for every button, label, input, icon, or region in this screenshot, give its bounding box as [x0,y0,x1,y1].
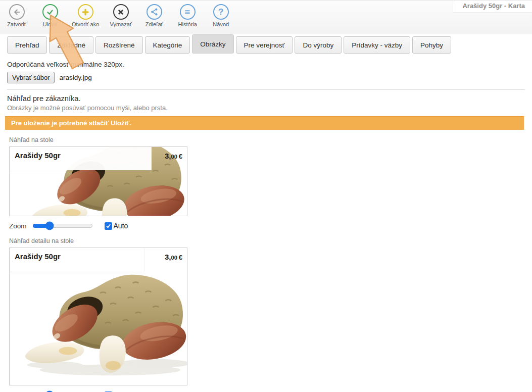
tab-prehlad[interactable]: Prehľad [7,36,47,54]
back-arrow-icon [9,4,25,20]
history-button[interactable]: História [176,4,199,27]
product-title: Arašidy 50gr [15,151,61,160]
price-whole: 3, [165,152,171,160]
product-price: 3,00€ [165,152,182,161]
tab-content-images: Odporúčaná veľkosť minimálne 320px. Vybr… [0,61,532,392]
auto-checkbox[interactable] [105,222,112,230]
tab-rozsirene[interactable]: Rozšírené [95,36,143,54]
tab-obrazky[interactable]: Obrázky [192,34,233,54]
zoom-controls: Zoom Auto [9,390,532,392]
customer-preview-note: Obrázky je možné posúvať pomocou myši, a… [7,104,532,112]
x-icon [113,4,129,20]
tab-pohyby[interactable]: Pohyby [412,36,451,54]
history-button-label: História [178,21,197,27]
close-button-label: Zatvoriť [7,21,26,27]
zoom-controls: Zoom Auto [9,221,532,231]
zoom-label: Zoom [9,222,27,230]
product-card-window: Zatvoriť Uložiť Otvoriť ako Vymazať Zdie… [0,0,532,392]
menu-lines-icon [180,4,196,20]
window-title: Arašidy 50gr - Karta [453,1,532,13]
preview-detail-label: Náhľad detailu na stole [9,237,532,244]
divider [7,89,525,90]
slider-thumb[interactable] [45,222,54,230]
guide-button[interactable]: ? Návod [209,4,232,27]
price-cents: 00 [171,154,177,160]
annotation-arrow-icon [44,12,89,72]
tab-do-vyroby[interactable]: Do výroby [295,36,342,54]
save-warning-banner: Pre uloženie je potrebné stlačiť Uložiť. [5,116,524,130]
auto-checkbox-label: Auto [114,222,128,230]
auto-checkbox-wrap[interactable]: Auto [105,222,128,230]
zoom-slider[interactable] [33,221,92,230]
share-button[interactable]: Zdieľať [142,4,166,27]
close-button[interactable]: Zatvoriť [5,4,28,27]
customer-preview-heading: Náhľad pre zákazníka. [7,94,532,103]
price-whole: 3, [165,253,171,261]
tab-pridavky-vazby[interactable]: Prídavky - väzby [344,36,410,54]
delete-button-label: Vymazať [110,21,132,27]
price-currency: € [179,254,182,261]
product-detail-preview-card[interactable]: Arašidy 50gr 3,00€ [9,248,187,385]
guide-button-label: Návod [213,21,229,27]
question-icon: ? [213,4,229,20]
price-cents: 00 [171,255,177,261]
product-title: Arašidy 50gr [15,252,61,261]
delete-button[interactable]: Vymazať [109,4,132,27]
file-upload-row: Vybrať súbor arasidy.jpg [7,72,532,83]
tab-pre-verejnost[interactable]: Pre verejnosť [236,36,293,54]
share-button-label: Zdieľať [146,21,163,27]
selected-filename: arasidy.jpg [59,74,91,81]
product-preview-card[interactable]: Arašidy 50gr 3,00€ [9,146,187,216]
preview-table-label: Náhľad na stole [9,136,532,143]
share-icon [147,4,162,20]
choose-file-button[interactable]: Vybrať súbor [7,72,55,83]
preview-detail: Náhľad detailu na stole Arašidy 50gr 3,0… [7,237,532,392]
product-price: 3,00€ [165,253,182,262]
price-currency: € [179,153,182,160]
tab-kategorie[interactable]: Kategórie [145,36,190,54]
preview-table: Náhľad na stole Arašidy 50gr 3,00€ Zoom [7,136,532,231]
